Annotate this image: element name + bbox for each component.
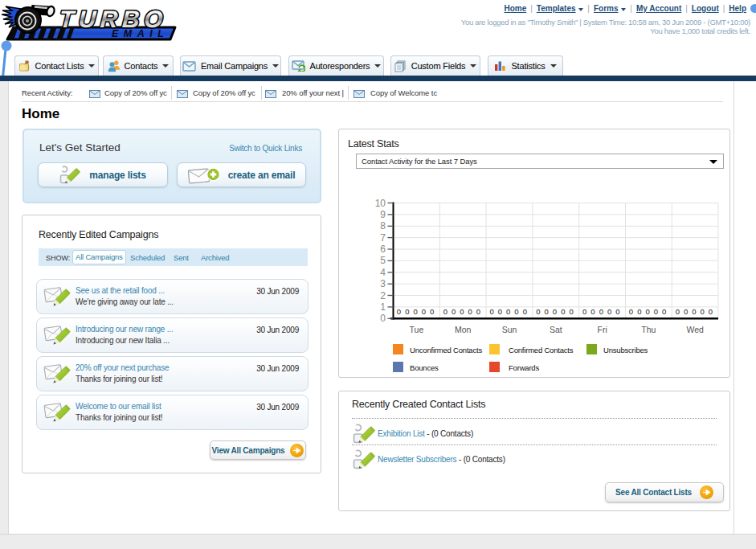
svg-text:Sat: Sat	[550, 325, 562, 334]
svg-text:0: 0	[476, 307, 480, 316]
svg-text:0: 0	[413, 307, 417, 316]
svg-text:0: 0	[561, 307, 565, 316]
svg-text:0: 0	[460, 307, 464, 316]
svg-text:0: 0	[468, 307, 472, 316]
svg-text:6: 6	[380, 244, 386, 255]
svg-text:0: 0	[452, 307, 456, 316]
svg-text:Tue: Tue	[410, 325, 424, 334]
svg-text:0: 0	[443, 307, 447, 316]
svg-text:Fri: Fri	[597, 325, 607, 334]
svg-text:TURBO: TURBO	[59, 6, 168, 32]
svg-text:0: 0	[654, 307, 658, 316]
svg-text:0: 0	[676, 307, 680, 316]
svg-text:0: 0	[615, 307, 619, 316]
svg-text:Sun: Sun	[502, 325, 517, 334]
svg-text:0: 0	[599, 307, 603, 316]
svg-text:9: 9	[380, 209, 386, 220]
svg-text:0: 0	[590, 307, 595, 316]
svg-text:0: 0	[709, 307, 713, 316]
svg-text:0: 0	[637, 307, 641, 316]
svg-text:0: 0	[514, 307, 518, 316]
svg-text:10: 10	[375, 198, 386, 209]
svg-text:4: 4	[380, 267, 386, 278]
svg-text:8: 8	[380, 220, 386, 231]
svg-text:0: 0	[422, 307, 426, 316]
svg-text:0: 0	[405, 307, 409, 316]
svg-text:7: 7	[380, 232, 386, 244]
svg-text:0: 0	[684, 307, 688, 316]
svg-text:0: 0	[489, 307, 493, 316]
svg-text:2: 2	[380, 290, 386, 301]
svg-text:0: 0	[523, 307, 527, 316]
svg-text:0: 0	[553, 307, 557, 316]
svg-text:0: 0	[645, 307, 649, 316]
svg-text:Mon: Mon	[455, 325, 472, 334]
svg-text:0: 0	[607, 307, 611, 316]
svg-text:1: 1	[380, 301, 386, 313]
svg-text:Wed: Wed	[686, 325, 704, 334]
svg-text:0: 0	[397, 307, 401, 316]
svg-text:0: 0	[701, 307, 705, 316]
svg-text:0: 0	[506, 307, 510, 316]
svg-text:0: 0	[629, 307, 633, 316]
svg-text:0: 0	[692, 307, 696, 316]
svg-text:3: 3	[380, 278, 386, 289]
svg-text:0: 0	[582, 307, 586, 316]
svg-text:0: 0	[536, 307, 540, 316]
svg-text:0: 0	[430, 307, 434, 316]
svg-text:5: 5	[380, 255, 386, 266]
svg-text:0: 0	[545, 307, 549, 316]
svg-text:0: 0	[498, 307, 502, 316]
svg-text:0: 0	[662, 307, 666, 316]
svg-text:Thu: Thu	[641, 325, 656, 334]
svg-text:0: 0	[569, 307, 573, 316]
svg-text:0: 0	[380, 313, 386, 324]
